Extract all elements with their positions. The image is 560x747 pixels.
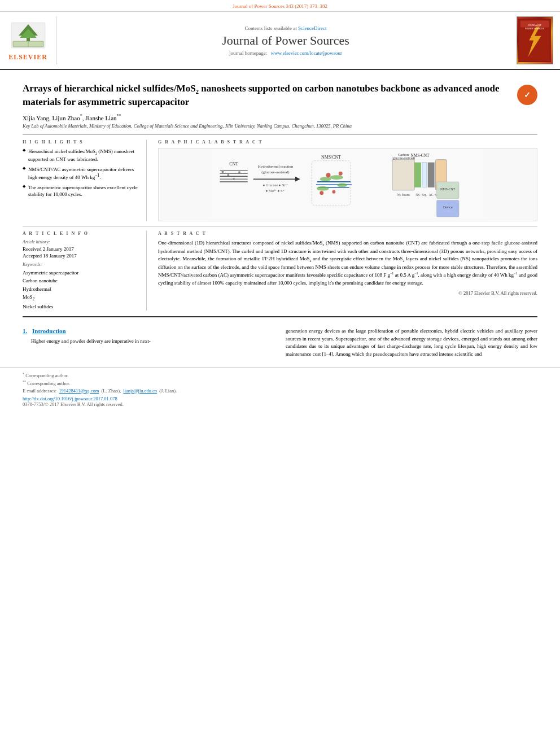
svg-text:NS: NS (415, 193, 420, 196)
journal-homepage-line: journal homepage: www.elsevier.com/locat… (229, 50, 342, 56)
svg-text:● Glucose ● Ni²⁺: ● Glucose ● Ni²⁺ (263, 183, 288, 187)
graphical-abstract-image: CNT (158, 148, 537, 221)
authors-line: Xijia Yang, Lijun Zhao*, Jianshe Lian** (23, 113, 537, 121)
article-history-label: Article history: (23, 239, 139, 244)
svg-text:(glucose-assisted): (glucose-assisted) (261, 170, 289, 174)
intro-paragraph-right: generation energy devices as the large p… (286, 327, 537, 358)
article-info-label: A R T I C L E I N F O (23, 231, 139, 236)
graphical-abstract-label: G R A P H I C A L A B S T R A C T (158, 139, 537, 145)
keywords-list: Asymmetric supercapacitor Carbon nanotub… (23, 269, 139, 311)
abstract-label: A B S T R A C T (158, 231, 537, 236)
cover-svg: JOURNAL OF POWER SOURCES (518, 19, 552, 62)
svg-rect-44 (392, 160, 414, 190)
svg-rect-50 (428, 162, 435, 187)
contents-line: Contents lists available at ScienceDirec… (245, 25, 327, 31)
highlight-item-3: The asymmetric supercapacitor shows exce… (23, 184, 139, 198)
elsevier-logo-area: ELSEVIER (6, 16, 56, 64)
accepted-date: Accepted 18 January 2017 (23, 253, 139, 259)
journal-cover-image: JOURNAL OF POWER SOURCES (515, 16, 554, 64)
graphical-abstract-svg: CNT (159, 148, 537, 221)
svg-text:POWER SOURCES: POWER SOURCES (525, 28, 545, 30)
email-link-2[interactable]: lianjs@jlu.edu.cn (123, 388, 157, 394)
journal-ref: Journal of Power Sources 343 (2017) 373–… (233, 3, 327, 9)
keyword-5: Nickel sulfides (23, 303, 139, 311)
svg-point-41 (332, 190, 335, 194)
article-info-abstract-section: A R T I C L E I N F O Article history: R… (23, 226, 537, 311)
svg-text:Device: Device (443, 206, 453, 209)
svg-point-23 (233, 178, 235, 180)
journal-cover-box: JOURNAL OF POWER SOURCES (517, 16, 553, 64)
footer-issn: 0378-7753/© 2017 Elsevier B.V. All right… (23, 401, 537, 407)
affiliation-line: Key Lab of Automobile Materials, Ministr… (23, 123, 537, 129)
svg-text:NMS/CNT: NMS/CNT (321, 155, 341, 160)
keywords-label: Keywords: (23, 262, 139, 267)
graphical-abstract-column: G R A P H I C A L A B S T R A C T CNT (158, 139, 537, 221)
svg-point-40 (339, 172, 343, 176)
article-info-column: A R T I C L E I N F O Article history: R… (23, 231, 147, 311)
highlights-label: H I G H L I G H T S (23, 139, 139, 145)
doi-link[interactable]: http://dx.doi.org/10.1016/j.jpowsour.201… (23, 396, 117, 401)
svg-text:✓: ✓ (524, 90, 531, 99)
section-title: 1. Introduction (23, 327, 274, 334)
svg-text:AC: AC (429, 193, 434, 196)
crossmark-icon: ✓ (519, 86, 536, 103)
svg-text:Hydrothermal reaction: Hydrothermal reaction (258, 164, 294, 168)
svg-point-24 (238, 171, 240, 173)
svg-text:JOURNAL OF: JOURNAL OF (528, 24, 542, 27)
introduction-right: generation energy devices as the large p… (286, 327, 537, 361)
footer-doi-line: http://dx.doi.org/10.1016/j.jpowsour.201… (23, 396, 537, 401)
svg-point-35 (320, 177, 331, 181)
keyword-4: MoS2 (23, 293, 139, 303)
journal-top-bar: Journal of Power Sources 343 (2017) 373–… (0, 0, 560, 12)
footer-note-2: ** Corresponding author. (23, 380, 537, 386)
svg-point-42 (320, 191, 323, 195)
highlight-item-1: Hierarchical nickel sulfides/MoS2 (NMS) … (23, 148, 139, 163)
journal-main-title: Journal of Power Sources (222, 33, 349, 48)
sciencedirect-link[interactable]: ScienceDirect (298, 25, 326, 31)
keyword-2: Carbon nanotube (23, 277, 139, 285)
introduction-section: 1. Introduction Higher energy and powder… (23, 323, 537, 361)
email-link-1[interactable]: 191428411@qq.com (59, 388, 99, 394)
svg-point-39 (326, 173, 331, 177)
svg-text:● Mo⁶⁺ ● S²⁻: ● Mo⁶⁺ ● S²⁻ (266, 189, 286, 193)
svg-rect-48 (422, 162, 427, 187)
intro-paragraph-indent: Higher energy and powder delivery are im… (23, 338, 274, 346)
highlights-graphical-section: H I G H L I G H T S Hierarchical nickel … (23, 134, 537, 221)
highlights-column: H I G H L I G H T S Hierarchical nickel … (23, 139, 147, 221)
svg-text:Sep.: Sep. (422, 193, 427, 196)
article-title: Arrays of hierarchical nickel sulfides/M… (23, 82, 511, 109)
abstract-column: A B S T R A C T One-dimensional (1D) hie… (158, 231, 537, 311)
abstract-text: One-dimensional (1D) hierarchical struct… (158, 239, 537, 287)
svg-text:Ni foam: Ni foam (397, 193, 410, 196)
main-content: Arrays of hierarchical nickel sulfides/M… (0, 70, 560, 367)
elsevier-logo-icon (8, 20, 48, 51)
page-footer: * Corresponding author. ** Corresponding… (0, 367, 560, 412)
svg-text:(glucose-derived): (glucose-derived) (392, 156, 415, 160)
article-title-section: Arrays of hierarchical nickel sulfides/M… (23, 82, 537, 109)
highlight-item-2: NMS/CNT//AC asymmetric supercapacitor de… (23, 166, 139, 181)
svg-point-22 (227, 174, 229, 176)
svg-text:CNT: CNT (229, 161, 238, 166)
keyword-3: Hydrothermal (23, 285, 139, 293)
journal-title-area: Contents lists available at ScienceDirec… (62, 16, 509, 64)
page: Journal of Power Sources 343 (2017) 373–… (0, 0, 560, 747)
section-title-text: Introduction (32, 327, 66, 334)
svg-point-21 (221, 171, 224, 173)
homepage-url[interactable]: www.elsevier.com/locate/jpowsour (271, 50, 342, 56)
svg-rect-46 (414, 162, 421, 187)
journal-header: ELSEVIER Contents lists available at Sci… (0, 12, 560, 70)
svg-point-36 (330, 175, 343, 180)
svg-text:NMS-CNT: NMS-CNT (440, 187, 456, 191)
elsevier-text: ELSEVIER (8, 53, 47, 62)
introduction-left: 1. Introduction Higher energy and powder… (23, 327, 274, 361)
svg-point-37 (337, 183, 347, 187)
keyword-1: Asymmetric supercapacitor (23, 269, 139, 277)
footer-note-1: * Corresponding author. (23, 372, 537, 378)
crossmark-badge: ✓ (517, 85, 537, 105)
footer-email: E-mail addresses: 191428411@qq.com (L. Z… (23, 388, 537, 394)
section-divider (23, 316, 537, 317)
received-date: Received 2 January 2017 (23, 246, 139, 252)
svg-point-38 (317, 186, 329, 191)
copyright-line: © 2017 Elsevier B.V. All rights reserved… (158, 290, 537, 296)
